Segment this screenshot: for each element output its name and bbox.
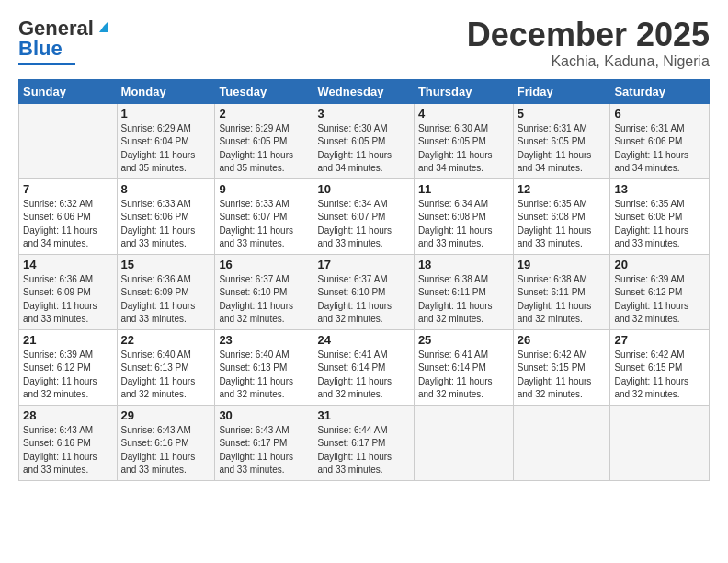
day-info: Sunrise: 6:40 AM Sunset: 6:13 PM Dayligh… [121,350,196,400]
day-cell: 28Sunrise: 6:43 AM Sunset: 6:16 PM Dayli… [19,405,118,480]
day-cell: 26Sunrise: 6:42 AM Sunset: 6:15 PM Dayli… [513,329,610,405]
day-cell: 8Sunrise: 6:33 AM Sunset: 6:06 PM Daylig… [117,178,215,254]
day-number: 9 [219,182,309,196]
day-info: Sunrise: 6:36 AM Sunset: 6:09 PM Dayligh… [121,274,196,325]
week-row-3: 14Sunrise: 6:36 AM Sunset: 6:09 PM Dayli… [19,254,710,329]
day-cell [610,405,710,480]
day-number: 13 [614,182,705,196]
day-number: 8 [121,182,211,196]
day-info: Sunrise: 6:42 AM Sunset: 6:15 PM Dayligh… [614,350,688,400]
day-info: Sunrise: 6:34 AM Sunset: 6:08 PM Dayligh… [418,199,493,249]
day-cell: 25Sunrise: 6:41 AM Sunset: 6:14 PM Dayli… [414,329,513,405]
day-cell: 7Sunrise: 6:32 AM Sunset: 6:06 PM Daylig… [19,178,118,254]
day-info: Sunrise: 6:33 AM Sunset: 6:07 PM Dayligh… [219,199,293,249]
day-number: 22 [121,333,211,347]
day-number: 16 [219,258,309,271]
day-cell: 18Sunrise: 6:38 AM Sunset: 6:11 PM Dayli… [414,254,513,329]
day-number: 6 [614,107,705,121]
day-number: 18 [418,258,509,271]
day-cell [19,103,118,178]
day-cell: 13Sunrise: 6:35 AM Sunset: 6:08 PM Dayli… [610,178,710,254]
day-number: 21 [23,333,113,347]
week-row-5: 28Sunrise: 6:43 AM Sunset: 6:16 PM Dayli… [19,405,710,480]
day-cell: 3Sunrise: 6:30 AM Sunset: 6:05 PM Daylig… [313,103,414,178]
calendar-table: SundayMondayTuesdayWednesdayThursdayFrid… [18,79,710,481]
location: Kachia, Kaduna, Nigeria [467,53,710,70]
day-number: 3 [317,107,409,121]
day-info: Sunrise: 6:39 AM Sunset: 6:12 PM Dayligh… [23,350,97,400]
day-number: 11 [418,182,509,196]
logo-underline [18,63,75,65]
day-number: 12 [518,182,607,196]
day-number: 2 [219,107,309,121]
day-cell: 27Sunrise: 6:42 AM Sunset: 6:15 PM Dayli… [610,329,710,405]
day-number: 24 [317,333,409,347]
day-info: Sunrise: 6:37 AM Sunset: 6:10 PM Dayligh… [219,274,293,325]
day-cell: 19Sunrise: 6:38 AM Sunset: 6:11 PM Dayli… [513,254,610,329]
day-info: Sunrise: 6:41 AM Sunset: 6:14 PM Dayligh… [418,350,493,400]
day-number: 7 [23,182,113,196]
day-info: Sunrise: 6:35 AM Sunset: 6:08 PM Dayligh… [518,199,592,249]
header-cell-friday: Friday [513,79,610,103]
day-info: Sunrise: 6:43 AM Sunset: 6:16 PM Dayligh… [121,425,196,476]
day-info: Sunrise: 6:34 AM Sunset: 6:07 PM Dayligh… [317,199,392,249]
day-cell: 17Sunrise: 6:37 AM Sunset: 6:10 PM Dayli… [313,254,414,329]
day-info: Sunrise: 6:41 AM Sunset: 6:14 PM Dayligh… [317,350,392,400]
day-number: 19 [518,258,607,271]
header-cell-monday: Monday [117,79,215,103]
logo-blue: Blue [18,37,63,60]
day-cell: 5Sunrise: 6:31 AM Sunset: 6:05 PM Daylig… [513,103,610,178]
day-cell: 10Sunrise: 6:34 AM Sunset: 6:07 PM Dayli… [313,178,414,254]
header-cell-sunday: Sunday [19,79,118,103]
day-info: Sunrise: 6:30 AM Sunset: 6:05 PM Dayligh… [418,123,493,174]
day-cell: 9Sunrise: 6:33 AM Sunset: 6:07 PM Daylig… [215,178,313,254]
day-number: 26 [518,333,607,347]
month-title: December 2025 [467,17,710,53]
day-cell: 12Sunrise: 6:35 AM Sunset: 6:08 PM Dayli… [513,178,610,254]
day-cell: 23Sunrise: 6:40 AM Sunset: 6:13 PM Dayli… [215,329,313,405]
day-info: Sunrise: 6:37 AM Sunset: 6:10 PM Dayligh… [317,274,392,325]
day-info: Sunrise: 6:31 AM Sunset: 6:06 PM Dayligh… [614,123,688,174]
day-cell: 22Sunrise: 6:40 AM Sunset: 6:13 PM Dayli… [117,329,215,405]
day-cell: 21Sunrise: 6:39 AM Sunset: 6:12 PM Dayli… [19,329,118,405]
day-cell: 29Sunrise: 6:43 AM Sunset: 6:16 PM Dayli… [117,405,215,480]
day-number: 28 [23,408,113,422]
day-number: 29 [121,408,211,422]
day-cell: 4Sunrise: 6:30 AM Sunset: 6:05 PM Daylig… [414,103,513,178]
svg-marker-0 [99,21,108,32]
day-number: 17 [317,258,409,271]
day-number: 20 [614,258,705,271]
day-number: 10 [317,182,409,196]
week-row-2: 7Sunrise: 6:32 AM Sunset: 6:06 PM Daylig… [19,178,710,254]
header: General Blue December 2025 Kachia, Kadun… [18,17,710,70]
day-number: 30 [219,408,309,422]
day-info: Sunrise: 6:43 AM Sunset: 6:16 PM Dayligh… [23,425,97,476]
day-cell: 1Sunrise: 6:29 AM Sunset: 6:04 PM Daylig… [117,103,215,178]
day-number: 27 [614,333,705,347]
day-info: Sunrise: 6:38 AM Sunset: 6:11 PM Dayligh… [518,274,592,325]
week-row-4: 21Sunrise: 6:39 AM Sunset: 6:12 PM Dayli… [19,329,710,405]
day-info: Sunrise: 6:43 AM Sunset: 6:17 PM Dayligh… [219,425,293,476]
day-info: Sunrise: 6:38 AM Sunset: 6:11 PM Dayligh… [418,274,493,325]
day-cell: 6Sunrise: 6:31 AM Sunset: 6:06 PM Daylig… [610,103,710,178]
day-number: 1 [121,107,211,121]
header-cell-tuesday: Tuesday [215,79,313,103]
day-info: Sunrise: 6:40 AM Sunset: 6:13 PM Dayligh… [219,350,293,400]
day-info: Sunrise: 6:29 AM Sunset: 6:04 PM Dayligh… [121,123,196,174]
day-info: Sunrise: 6:42 AM Sunset: 6:15 PM Dayligh… [518,350,592,400]
day-cell: 14Sunrise: 6:36 AM Sunset: 6:09 PM Dayli… [19,254,118,329]
day-cell [513,405,610,480]
day-cell: 30Sunrise: 6:43 AM Sunset: 6:17 PM Dayli… [215,405,313,480]
day-info: Sunrise: 6:33 AM Sunset: 6:06 PM Dayligh… [121,199,196,249]
day-info: Sunrise: 6:36 AM Sunset: 6:09 PM Dayligh… [23,274,97,325]
page: General Blue December 2025 Kachia, Kadun… [0,0,728,563]
day-number: 14 [23,258,113,271]
day-info: Sunrise: 6:29 AM Sunset: 6:05 PM Dayligh… [219,123,293,174]
day-number: 5 [518,107,607,121]
day-cell: 24Sunrise: 6:41 AM Sunset: 6:14 PM Dayli… [313,329,414,405]
header-row: SundayMondayTuesdayWednesdayThursdayFrid… [19,79,710,103]
day-cell [414,405,513,480]
day-number: 23 [219,333,309,347]
day-cell: 15Sunrise: 6:36 AM Sunset: 6:09 PM Dayli… [117,254,215,329]
day-cell: 11Sunrise: 6:34 AM Sunset: 6:08 PM Dayli… [414,178,513,254]
